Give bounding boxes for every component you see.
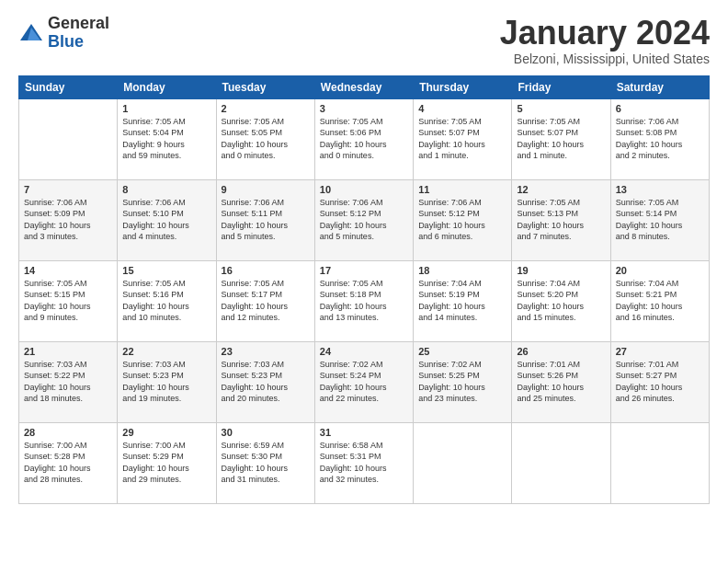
day-info: Sunrise: 7:02 AMSunset: 5:25 PMDaylight:…	[418, 359, 506, 405]
calendar-cell: 11Sunrise: 7:06 AMSunset: 5:12 PMDayligh…	[414, 179, 512, 260]
day-number: 21	[24, 346, 112, 357]
calendar-cell: 4Sunrise: 7:05 AMSunset: 5:07 PMDaylight…	[414, 98, 512, 179]
day-number: 17	[320, 265, 408, 276]
header-row: SundayMondayTuesdayWednesdayThursdayFrid…	[19, 75, 710, 98]
day-info: Sunrise: 7:03 AMSunset: 5:22 PMDaylight:…	[24, 359, 112, 405]
week-row-4: 28Sunrise: 7:00 AMSunset: 5:28 PMDayligh…	[19, 422, 710, 503]
header-cell-monday: Monday	[118, 75, 216, 98]
day-number: 23	[222, 346, 310, 357]
day-number: 2	[222, 103, 310, 114]
day-number: 12	[517, 184, 605, 195]
week-row-0: 1Sunrise: 7:05 AMSunset: 5:04 PMDaylight…	[19, 98, 710, 179]
calendar-cell: 22Sunrise: 7:03 AMSunset: 5:23 PMDayligh…	[118, 341, 216, 422]
day-info: Sunrise: 7:05 AMSunset: 5:07 PMDaylight:…	[517, 116, 605, 162]
day-number: 24	[320, 346, 408, 357]
day-info: Sunrise: 7:01 AMSunset: 5:26 PMDaylight:…	[517, 359, 605, 405]
day-number: 29	[122, 427, 210, 438]
day-info: Sunrise: 7:06 AMSunset: 5:10 PMDaylight:…	[122, 197, 210, 243]
day-info: Sunrise: 7:06 AMSunset: 5:11 PMDaylight:…	[222, 197, 310, 243]
day-number: 18	[418, 265, 506, 276]
calendar-cell	[512, 422, 610, 503]
day-number: 14	[24, 265, 112, 276]
day-info: Sunrise: 7:04 AMSunset: 5:20 PMDaylight:…	[517, 278, 605, 324]
page-container: General Blue January 2024 Belzoni, Missi…	[0, 0, 728, 513]
calendar-cell: 21Sunrise: 7:03 AMSunset: 5:22 PMDayligh…	[19, 341, 118, 422]
header-cell-saturday: Saturday	[610, 75, 709, 98]
calendar-cell: 31Sunrise: 6:58 AMSunset: 5:31 PMDayligh…	[314, 422, 413, 503]
location: Belzoni, Mississippi, United States	[500, 52, 710, 66]
day-number: 8	[122, 184, 210, 195]
calendar-cell	[610, 422, 709, 503]
day-number: 26	[517, 346, 605, 357]
day-number: 16	[222, 265, 310, 276]
calendar-cell: 7Sunrise: 7:06 AMSunset: 5:09 PMDaylight…	[19, 179, 118, 260]
calendar-cell: 17Sunrise: 7:05 AMSunset: 5:18 PMDayligh…	[314, 260, 413, 341]
calendar-cell: 14Sunrise: 7:05 AMSunset: 5:15 PMDayligh…	[19, 260, 118, 341]
logo-general: General	[48, 15, 109, 33]
day-info: Sunrise: 7:05 AMSunset: 5:05 PMDaylight:…	[222, 116, 310, 162]
page-header: General Blue January 2024 Belzoni, Missi…	[18, 15, 710, 66]
day-info: Sunrise: 7:00 AMSunset: 5:28 PMDaylight:…	[24, 440, 112, 486]
day-info: Sunrise: 7:05 AMSunset: 5:04 PMDaylight:…	[122, 116, 210, 162]
week-row-1: 7Sunrise: 7:06 AMSunset: 5:09 PMDaylight…	[19, 179, 710, 260]
header-cell-wednesday: Wednesday	[314, 75, 413, 98]
day-info: Sunrise: 7:06 AMSunset: 5:12 PMDaylight:…	[320, 197, 408, 243]
calendar-cell: 30Sunrise: 6:59 AMSunset: 5:30 PMDayligh…	[216, 422, 314, 503]
day-info: Sunrise: 6:59 AMSunset: 5:30 PMDaylight:…	[222, 440, 310, 486]
day-info: Sunrise: 7:05 AMSunset: 5:06 PMDaylight:…	[320, 116, 408, 162]
calendar-cell: 3Sunrise: 7:05 AMSunset: 5:06 PMDaylight…	[314, 98, 413, 179]
calendar-cell	[414, 422, 512, 503]
day-info: Sunrise: 7:06 AMSunset: 5:09 PMDaylight:…	[24, 197, 112, 243]
logo: General Blue	[18, 15, 109, 52]
day-number: 30	[222, 427, 310, 438]
day-info: Sunrise: 7:05 AMSunset: 5:13 PMDaylight:…	[517, 197, 605, 243]
day-info: Sunrise: 7:06 AMSunset: 5:08 PMDaylight:…	[616, 116, 704, 162]
calendar-cell	[19, 98, 118, 179]
calendar-body: 1Sunrise: 7:05 AMSunset: 5:04 PMDaylight…	[19, 98, 710, 503]
week-row-3: 21Sunrise: 7:03 AMSunset: 5:22 PMDayligh…	[19, 341, 710, 422]
logo-text: General Blue	[48, 15, 109, 52]
calendar-cell: 10Sunrise: 7:06 AMSunset: 5:12 PMDayligh…	[314, 179, 413, 260]
day-info: Sunrise: 7:02 AMSunset: 5:24 PMDaylight:…	[320, 359, 408, 405]
day-number: 10	[320, 184, 408, 195]
calendar-cell: 26Sunrise: 7:01 AMSunset: 5:26 PMDayligh…	[512, 341, 610, 422]
calendar-cell: 25Sunrise: 7:02 AMSunset: 5:25 PMDayligh…	[414, 341, 512, 422]
calendar-cell: 12Sunrise: 7:05 AMSunset: 5:13 PMDayligh…	[512, 179, 610, 260]
day-number: 11	[418, 184, 506, 195]
day-number: 3	[320, 103, 408, 114]
day-number: 19	[517, 265, 605, 276]
day-number: 20	[616, 265, 704, 276]
header-cell-sunday: Sunday	[19, 75, 118, 98]
calendar-table: SundayMondayTuesdayWednesdayThursdayFrid…	[18, 75, 710, 504]
header-cell-thursday: Thursday	[414, 75, 512, 98]
calendar-cell: 29Sunrise: 7:00 AMSunset: 5:29 PMDayligh…	[118, 422, 216, 503]
calendar-cell: 13Sunrise: 7:05 AMSunset: 5:14 PMDayligh…	[610, 179, 709, 260]
day-number: 9	[222, 184, 310, 195]
day-number: 4	[418, 103, 506, 114]
day-info: Sunrise: 7:03 AMSunset: 5:23 PMDaylight:…	[222, 359, 310, 405]
title-block: January 2024 Belzoni, Mississippi, Unite…	[500, 15, 710, 66]
logo-blue: Blue	[48, 33, 109, 52]
day-info: Sunrise: 7:05 AMSunset: 5:16 PMDaylight:…	[122, 278, 210, 324]
calendar-cell: 27Sunrise: 7:01 AMSunset: 5:27 PMDayligh…	[610, 341, 709, 422]
calendar-header: SundayMondayTuesdayWednesdayThursdayFrid…	[19, 75, 710, 98]
calendar-cell: 15Sunrise: 7:05 AMSunset: 5:16 PMDayligh…	[118, 260, 216, 341]
logo-icon	[18, 20, 44, 46]
day-number: 31	[320, 427, 408, 438]
day-number: 7	[24, 184, 112, 195]
day-number: 13	[616, 184, 704, 195]
calendar-cell: 19Sunrise: 7:04 AMSunset: 5:20 PMDayligh…	[512, 260, 610, 341]
calendar-cell: 5Sunrise: 7:05 AMSunset: 5:07 PMDaylight…	[512, 98, 610, 179]
day-info: Sunrise: 7:01 AMSunset: 5:27 PMDaylight:…	[616, 359, 704, 405]
day-number: 27	[616, 346, 704, 357]
calendar-cell: 24Sunrise: 7:02 AMSunset: 5:24 PMDayligh…	[314, 341, 413, 422]
calendar-cell: 8Sunrise: 7:06 AMSunset: 5:10 PMDaylight…	[118, 179, 216, 260]
day-number: 6	[616, 103, 704, 114]
day-number: 15	[122, 265, 210, 276]
day-info: Sunrise: 7:05 AMSunset: 5:15 PMDaylight:…	[24, 278, 112, 324]
day-info: Sunrise: 7:05 AMSunset: 5:07 PMDaylight:…	[418, 116, 506, 162]
calendar-cell: 2Sunrise: 7:05 AMSunset: 5:05 PMDaylight…	[216, 98, 314, 179]
day-info: Sunrise: 7:04 AMSunset: 5:19 PMDaylight:…	[418, 278, 506, 324]
calendar-cell: 1Sunrise: 7:05 AMSunset: 5:04 PMDaylight…	[118, 98, 216, 179]
day-number: 5	[517, 103, 605, 114]
